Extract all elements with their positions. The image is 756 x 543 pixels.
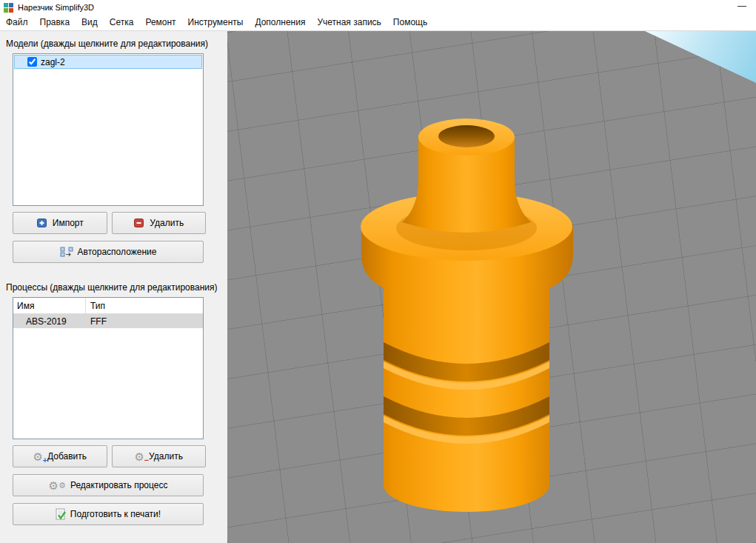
delete-process-icon: ⚙− — [135, 451, 144, 462]
menu-view[interactable]: Вид — [76, 15, 104, 30]
autoarrange-button-label: Авторасположение — [78, 247, 157, 257]
processes-table-header: Имя Тип — [13, 298, 203, 314]
column-header-type[interactable]: Тип — [86, 298, 203, 313]
menu-edit[interactable]: Правка — [34, 15, 76, 30]
menu-bar: Файл Правка Вид Сетка Ремонт Инструменты… — [0, 15, 756, 31]
process-row[interactable]: ABS-2019 FFF — [13, 314, 203, 328]
delete-model-button[interactable]: Удалить — [112, 212, 207, 234]
processes-table[interactable]: Имя Тип ABS-2019 FFF — [13, 297, 204, 439]
app-logo-icon — [4, 3, 13, 13]
prepare-to-print-icon — [56, 508, 66, 520]
menu-file[interactable]: Файл — [0, 15, 34, 30]
column-header-name[interactable]: Имя — [13, 298, 86, 313]
edit-process-icon-small: ⚙ — [58, 481, 66, 490]
panel-splitter[interactable] — [218, 31, 227, 543]
prepare-to-print-button-label: Подготовить к печати! — [70, 509, 161, 519]
delete-process-button[interactable]: ⚙− Удалить — [112, 445, 207, 467]
model-3d-zagl-2[interactable] — [227, 31, 756, 543]
add-process-button-label: Добавить — [47, 451, 87, 462]
viewport-3d[interactable] — [227, 31, 756, 543]
app-window: Нарезчик Simplify3D — Файл Правка Вид Се… — [0, 0, 756, 543]
menu-addons[interactable]: Дополнения — [249, 15, 311, 30]
process-type-cell: FFF — [86, 316, 203, 327]
minimize-button[interactable]: — — [729, 0, 755, 15]
autoarrange-icon — [60, 247, 73, 257]
add-process-button[interactable]: ⚙+ Добавить — [13, 445, 107, 467]
edit-process-icon: ⚙ — [49, 480, 58, 491]
delete-model-icon — [133, 217, 145, 229]
add-process-icon: ⚙+ — [33, 451, 43, 462]
models-label: Модели (дважды щелкните для редактирован… — [6, 39, 213, 49]
autoarrange-button[interactable]: Авторасположение — [13, 241, 204, 263]
menu-mesh[interactable]: Сетка — [104, 15, 140, 30]
delete-model-button-label: Удалить — [150, 218, 184, 228]
delete-process-button-label: Удалить — [149, 451, 183, 462]
window-title: Нарезчик Simplify3D — [18, 3, 94, 12]
model-name-label: zagl-2 — [41, 57, 65, 67]
title-bar: Нарезчик Simplify3D — — [0, 0, 756, 15]
model-list-item[interactable]: zagl-2 — [14, 55, 202, 69]
edit-process-button[interactable]: ⚙ ⚙ Редактировать процесс — [13, 474, 204, 496]
left-panel: Модели (дважды щелкните для редактирован… — [0, 31, 218, 543]
models-list[interactable]: zagl-2 — [13, 53, 204, 206]
processes-label: Процессы (дважды щелкните для редактиров… — [6, 282, 213, 293]
menu-tools[interactable]: Инструменты — [182, 15, 250, 30]
menu-repair[interactable]: Ремонт — [139, 15, 181, 30]
process-name-cell: ABS-2019 — [13, 316, 86, 327]
model-visibility-checkbox[interactable] — [27, 57, 37, 67]
import-button-label: Импорт — [53, 218, 84, 228]
menu-account[interactable]: Учетная запись — [311, 15, 387, 30]
prepare-to-print-button[interactable]: Подготовить к печати! — [13, 503, 204, 525]
import-icon — [36, 217, 48, 229]
import-model-button[interactable]: Импорт — [13, 212, 107, 234]
menu-help[interactable]: Помощь — [387, 15, 433, 30]
edit-process-button-label: Редактировать процесс — [70, 480, 167, 490]
